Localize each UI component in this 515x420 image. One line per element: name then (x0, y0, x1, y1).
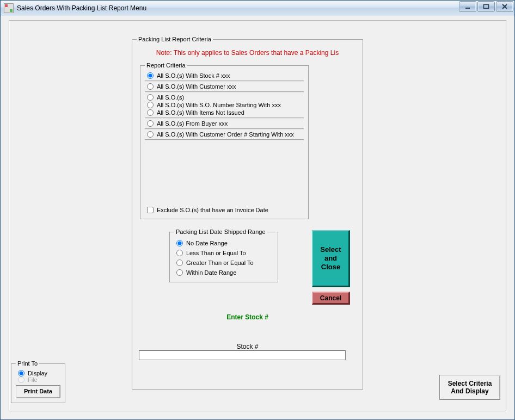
date-range-legend: Packing List Date Shipped Range (174, 228, 267, 235)
exclude-invoice-option[interactable]: Exclude S.O.(s) that have an Invoice Dat… (145, 206, 304, 214)
print-data-label: Print Data (24, 388, 52, 394)
daterange-label: Within Date Range (186, 269, 236, 276)
daterange-option-none[interactable]: No Date Range (174, 238, 273, 248)
criteria-label: All S.O.(s) From Buyer xxx (157, 120, 228, 127)
divider (145, 118, 304, 119)
select-criteria-label: Select Criteria And Display (448, 380, 492, 395)
titlebar: Sales Orders With Packing List Report Me… (1, 1, 514, 16)
daterange-label: No Date Range (186, 240, 228, 246)
report-criteria-group: Report Criteria All S.O.(s) With Stock #… (140, 62, 309, 219)
daterange-radio-within[interactable] (176, 269, 183, 276)
print-to-file-option: File (16, 376, 60, 383)
daterange-option-lte[interactable]: Less Than or Equal To (174, 248, 273, 258)
criteria-label: All S.O.(s) With S.O. Number Starting Wi… (157, 102, 281, 108)
criteria-option-notissued[interactable]: All S.O.(s) With Items Not Issued (145, 109, 304, 116)
daterange-radio-gte[interactable] (176, 260, 183, 266)
print-to-radio-display[interactable] (18, 370, 24, 376)
application-window: Sales Orders With Packing List Report Me… (0, 0, 515, 420)
print-to-radio-file (18, 376, 24, 383)
daterange-radio-none[interactable] (176, 240, 183, 246)
criteria-label: All S.O.(s) With Stock # xxx (157, 72, 230, 79)
maximize-button[interactable] (477, 1, 495, 12)
criteria-option-customer[interactable]: All S.O.(s) With Customer xxx (145, 83, 304, 90)
criteria-label: All S.O.(s) With Customer Order # Starti… (157, 131, 294, 138)
criteria-radio-notissued[interactable] (147, 109, 154, 116)
stock-number-input[interactable] (139, 350, 346, 360)
criteria-label: All S.O.(s) With Customer xxx (157, 83, 236, 90)
enter-stock-prompt: Enter Stock # (132, 313, 363, 321)
print-data-button[interactable]: Print Data (16, 385, 60, 398)
criteria-group-legend: Packing List Report Criteria (137, 36, 213, 42)
divider (145, 128, 304, 129)
print-to-legend: Print To (16, 360, 39, 367)
divider (145, 91, 304, 92)
criteria-option-buyer[interactable]: All S.O.(s) From Buyer xxx (145, 120, 304, 127)
criteria-radio-customer[interactable] (147, 83, 154, 90)
stock-field-label: Stock # (132, 343, 363, 350)
criteria-radio-buyer[interactable] (147, 120, 154, 127)
criteria-label: All S.O.(s) (157, 94, 184, 101)
divider (145, 81, 304, 82)
criteria-label: All S.O.(s) With Items Not Issued (157, 109, 244, 116)
note-text: Note: This only applies to Sales Orders … (137, 49, 358, 57)
cancel-button[interactable]: Cancel (312, 292, 350, 305)
content-panel: Packing List Report Criteria Note: This … (9, 20, 506, 411)
criteria-option-all[interactable]: All S.O.(s) (145, 94, 304, 101)
criteria-option-stock[interactable]: All S.O.(s) With Stock # xxx (145, 72, 304, 79)
cancel-label: Cancel (320, 294, 341, 302)
daterange-option-within[interactable]: Within Date Range (174, 268, 273, 277)
daterange-label: Greater Than or Equal To (186, 260, 254, 266)
svg-rect-1 (484, 5, 489, 9)
maximize-icon (483, 4, 489, 9)
minimize-icon (464, 4, 471, 9)
print-to-label: Display (28, 370, 47, 376)
daterange-radio-lte[interactable] (176, 250, 183, 256)
exclude-label: Exclude S.O.(s) that have an Invoice Dat… (157, 207, 268, 213)
criteria-radio-stock[interactable] (147, 72, 154, 79)
window-title: Sales Orders With Packing List Report Me… (17, 4, 146, 12)
window-controls (459, 1, 513, 12)
app-icon (4, 3, 14, 13)
packing-list-criteria-group: Packing List Report Criteria Note: This … (132, 36, 363, 390)
client-area: Packing List Report Criteria Note: This … (1, 16, 514, 419)
criteria-radio-all[interactable] (147, 94, 154, 101)
select-close-label: Select and Close (320, 245, 341, 271)
close-button[interactable] (496, 1, 513, 12)
exclude-invoice-checkbox[interactable] (147, 207, 154, 213)
svg-rect-0 (465, 8, 470, 9)
criteria-radio-custorder[interactable] (147, 131, 154, 138)
minimize-button[interactable] (459, 1, 476, 12)
print-to-display-option[interactable]: Display (16, 370, 60, 376)
select-and-close-button[interactable]: Select and Close (312, 230, 350, 287)
criteria-radio-sonumber[interactable] (147, 102, 154, 108)
print-to-group: Print To Display File Print Data (11, 360, 65, 403)
print-to-label: File (28, 376, 38, 383)
close-icon (501, 4, 508, 9)
select-criteria-display-button[interactable]: Select Criteria And Display (439, 375, 500, 400)
criteria-option-sonumber[interactable]: All S.O.(s) With S.O. Number Starting Wi… (145, 101, 304, 109)
daterange-label: Less Than or Equal To (186, 250, 246, 256)
report-criteria-legend: Report Criteria (145, 62, 187, 69)
daterange-option-gte[interactable]: Greater Than or Equal To (174, 258, 273, 268)
date-range-group: Packing List Date Shipped Range No Date … (169, 228, 278, 282)
criteria-option-custorder[interactable]: All S.O.(s) With Customer Order # Starti… (145, 131, 304, 138)
divider (145, 139, 304, 140)
